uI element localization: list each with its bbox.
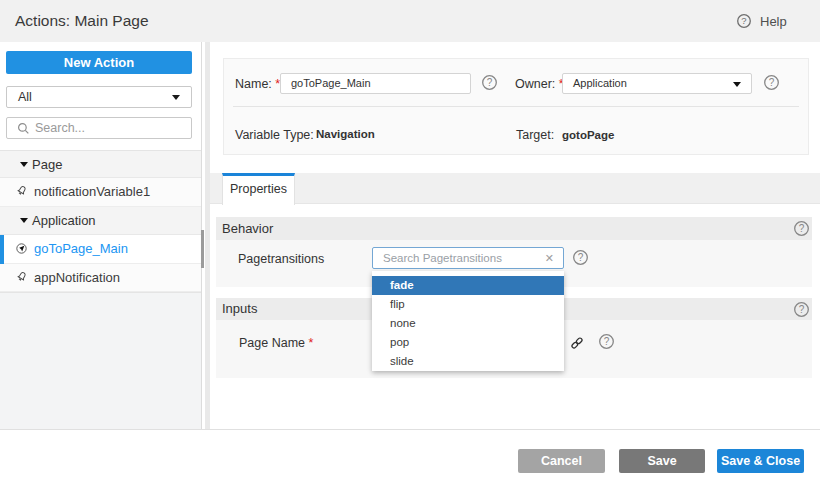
- svg-text:?: ?: [798, 223, 804, 234]
- svg-text:?: ?: [578, 252, 584, 263]
- svg-text:?: ?: [798, 304, 804, 315]
- svg-text:?: ?: [486, 77, 492, 88]
- svg-text:?: ?: [603, 336, 609, 347]
- svg-text:?: ?: [768, 77, 774, 88]
- svg-text:?: ?: [741, 15, 746, 26]
